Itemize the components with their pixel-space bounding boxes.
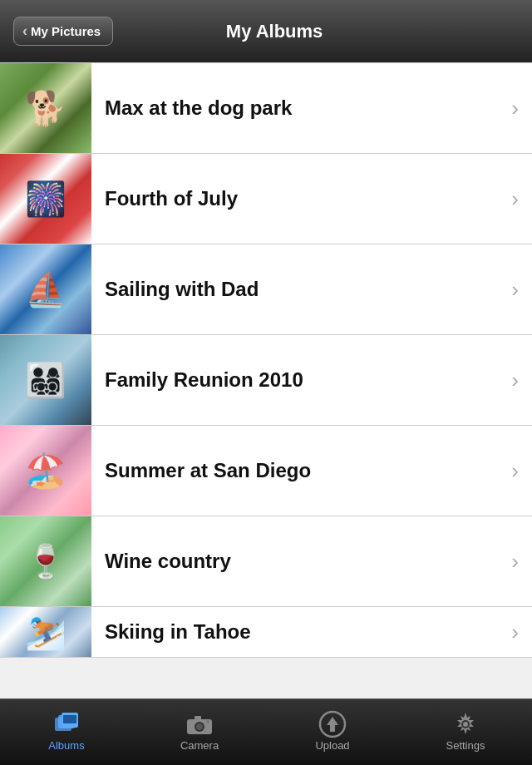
album-thumb: 🏖️	[0, 426, 91, 516]
album-name: Sailing with Dad	[105, 278, 505, 301]
upload-icon	[318, 713, 347, 736]
album-thumb: 🐕	[0, 63, 91, 153]
album-thumb: 🎆	[0, 154, 91, 244]
album-item[interactable]: 🍷 Wine country ›	[0, 516, 532, 607]
thumb-emoji: ⛵	[0, 244, 91, 334]
album-thumb: 👨‍👩‍👧‍👦	[0, 335, 91, 425]
album-list: 🐕 Max at the dog park › 🎆 Fourth of July…	[0, 62, 532, 698]
album-content: Skiing in Tahoe ›	[91, 607, 532, 657]
album-content: Fourth of July ›	[91, 154, 532, 244]
camera-icon	[185, 713, 214, 736]
tab-albums-label: Albums	[48, 739, 84, 752]
album-name: Family Reunion 2010	[105, 368, 505, 392]
svg-point-8	[206, 720, 209, 723]
thumb-emoji: ⛷️	[0, 607, 91, 657]
album-thumb: ⛷️	[0, 607, 91, 657]
back-label: My Pictures	[31, 24, 101, 38]
thumb-emoji: 🏖️	[0, 426, 91, 516]
album-item[interactable]: 🎆 Fourth of July ›	[0, 154, 532, 244]
tab-upload[interactable]: Upload	[266, 699, 399, 765]
tab-camera[interactable]: Camera	[133, 699, 266, 765]
chevron-right-icon: ›	[511, 96, 519, 121]
chevron-right-icon: ›	[511, 458, 519, 484]
chevron-left-icon: ‹	[22, 22, 27, 40]
svg-rect-7	[195, 716, 201, 720]
thumb-emoji: 👨‍👩‍👧‍👦	[0, 335, 91, 425]
chevron-right-icon: ›	[511, 277, 519, 303]
album-content: Wine country ›	[91, 516, 532, 606]
album-thumb: 🍷	[0, 516, 91, 606]
chevron-right-icon: ›	[511, 549, 519, 575]
album-name: Fourth of July	[105, 187, 505, 210]
header: ‹ My Pictures My Albums	[0, 0, 532, 62]
svg-point-13	[463, 722, 468, 727]
chevron-right-icon: ›	[511, 619, 519, 645]
album-name: Wine country	[105, 550, 505, 573]
chevron-right-icon: ›	[511, 186, 519, 212]
back-button[interactable]: ‹ My Pictures	[13, 17, 113, 46]
album-item[interactable]: ⛷️ Skiing in Tahoe ›	[0, 607, 532, 658]
album-name: Skiing in Tahoe	[105, 620, 505, 644]
tab-camera-label: Camera	[180, 739, 219, 752]
tab-settings[interactable]: Settings	[399, 699, 532, 765]
album-item[interactable]: 🏖️ Summer at San Diego ›	[0, 426, 532, 516]
settings-icon	[451, 713, 480, 736]
album-item[interactable]: 👨‍👩‍👧‍👦 Family Reunion 2010 ›	[0, 335, 532, 426]
album-content: Family Reunion 2010 ›	[91, 335, 532, 425]
album-name: Max at the dog park	[105, 96, 505, 120]
album-name: Summer at San Diego	[105, 459, 505, 482]
album-content: Max at the dog park ›	[91, 63, 532, 153]
album-thumb: ⛵	[0, 244, 91, 334]
album-item[interactable]: 🐕 Max at the dog park ›	[0, 62, 532, 154]
tab-bar: Albums Camera Upload	[0, 698, 532, 765]
albums-icon	[52, 713, 81, 736]
thumb-emoji: 🍷	[0, 516, 91, 606]
tab-settings-label: Settings	[446, 739, 485, 752]
svg-marker-10	[327, 717, 338, 732]
tab-albums[interactable]: Albums	[0, 699, 133, 765]
album-content: Sailing with Dad ›	[91, 244, 532, 334]
tab-upload-label: Upload	[315, 739, 349, 752]
thumb-emoji: 🎆	[0, 154, 91, 244]
album-item[interactable]: ⛵ Sailing with Dad ›	[0, 244, 532, 335]
thumb-emoji: 🐕	[0, 63, 91, 153]
svg-rect-3	[63, 715, 76, 723]
svg-point-6	[196, 723, 203, 730]
album-content: Summer at San Diego ›	[91, 426, 532, 516]
chevron-right-icon: ›	[511, 368, 519, 393]
page-title: My Albums	[113, 21, 436, 42]
